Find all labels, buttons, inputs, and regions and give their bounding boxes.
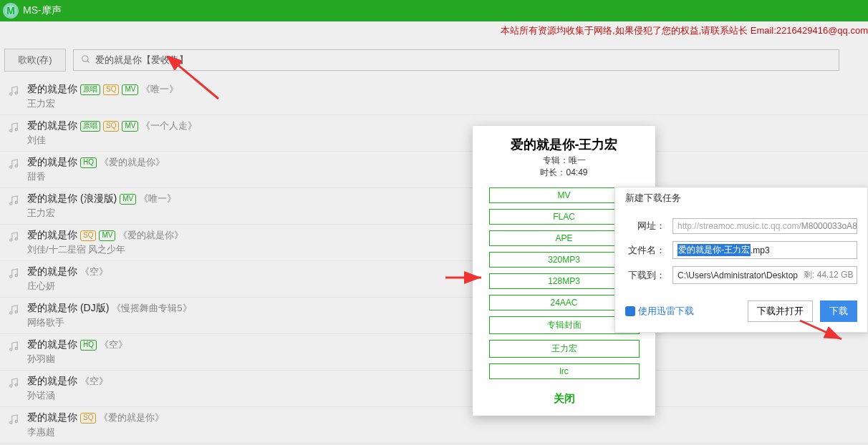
download-task-dialog: 新建下载任务 网址： http://streamoc.music.tc.qq.c… — [614, 187, 868, 333]
xunlei-label: 使用迅雷下载 — [638, 305, 694, 318]
modal-title: 爱的就是你-王力宏 — [480, 136, 648, 153]
download-and-open-button[interactable]: 下载并打开 — [748, 300, 813, 322]
xunlei-icon — [625, 306, 635, 316]
track-row[interactable]: 爱的就是你 SQ 《爱的就是你》 李惠超 — [0, 407, 868, 444]
badge-hq: HQ — [80, 157, 97, 168]
svg-point-5 — [15, 128, 17, 130]
track-title: 爱的就是你 — [27, 411, 77, 424]
track-album: 《唯一》 — [141, 83, 178, 96]
singer-save-button[interactable]: 歌欧(存) — [4, 49, 66, 72]
svg-point-11 — [15, 238, 17, 240]
logo-letter: M — [6, 5, 15, 16]
track-album: 《爱的就是你》 — [99, 411, 164, 424]
music-note-icon — [7, 303, 21, 318]
track-album: 《空》 — [80, 375, 108, 388]
music-note-icon — [7, 267, 21, 281]
svg-point-4 — [10, 129, 12, 132]
track-title: 爱的就是你 — [27, 83, 77, 96]
track-artist: 刘佳 — [27, 134, 197, 147]
track-artist: 网络歌手 — [27, 316, 192, 329]
music-note-icon — [7, 194, 21, 208]
search-icon — [81, 54, 91, 67]
track-album: 《爱的就是你》 — [118, 229, 183, 242]
svg-point-7 — [15, 165, 17, 167]
format-option-王力宏[interactable]: 王力宏 — [489, 340, 640, 358]
svg-point-21 — [15, 420, 17, 422]
track-row[interactable]: 爱的就是你 原唱SQMV 《一个人走》 刘佳 — [0, 115, 868, 152]
badge-mv: MV — [122, 121, 138, 132]
track-title: 爱的就是你 — [27, 156, 77, 169]
track-album: 《慢摇舞曲专辑5》 — [112, 302, 191, 315]
filename-input[interactable]: 爱的就是你-王力宏.mp3 — [672, 241, 857, 259]
badge-mv: MV — [120, 194, 136, 205]
track-row[interactable]: 爱的就是你 HQ 《空》 孙羽幽 — [0, 334, 868, 371]
track-title: 爱的就是你 (DJ版) — [27, 302, 109, 315]
url-prefix: http://streamoc.music.tc.qq.com/ — [677, 221, 801, 231]
search-value: 爱的就是你【爱收集】 — [95, 54, 188, 67]
track-album: 《唯一》 — [139, 192, 176, 205]
modal-close-button[interactable]: 关闭 — [480, 392, 648, 406]
xunlei-download-link[interactable]: 使用迅雷下载 — [625, 305, 694, 318]
badge-mv: MV — [122, 84, 138, 95]
url-input[interactable]: http://streamoc.music.tc.qq.com/M8000033… — [672, 218, 857, 234]
download-button[interactable]: 下载 — [820, 300, 857, 322]
svg-point-0 — [82, 55, 87, 61]
track-row[interactable]: 爱的就是你 《空》 孙诺涵 — [0, 371, 868, 407]
search-input[interactable]: 爱的就是你【爱收集】 — [73, 49, 839, 71]
track-artist: 孙羽幽 — [27, 353, 127, 366]
url-suffix: M8000033oA8 — [801, 221, 857, 231]
filename-ext: .mp3 — [751, 245, 770, 255]
app-title: MS-摩声 — [23, 4, 62, 17]
dest-label: 下载到： — [625, 269, 665, 282]
svg-point-9 — [15, 201, 17, 203]
track-title: 爱的就是你 — [27, 265, 77, 278]
modal-album: 专辑：唯一 — [480, 155, 648, 167]
app-header: M MS-摩声 — [0, 0, 868, 21]
music-note-icon — [7, 340, 21, 354]
svg-point-14 — [10, 312, 12, 314]
svg-point-3 — [15, 92, 17, 94]
download-dialog-title: 新建下载任务 — [615, 187, 867, 215]
badge-mv: MV — [99, 230, 115, 241]
svg-point-8 — [10, 202, 12, 205]
music-note-icon — [7, 157, 21, 172]
svg-point-19 — [15, 383, 17, 386]
track-artist: 王力宏 — [27, 97, 178, 110]
filename-selected: 爱的就是你-王力宏 — [677, 244, 751, 256]
badge-hq: HQ — [80, 340, 97, 351]
music-note-icon — [7, 230, 21, 245]
track-album: 《爱的就是你》 — [100, 156, 165, 169]
track-artist: 庄心妍 — [27, 280, 108, 293]
svg-point-13 — [15, 274, 17, 276]
track-album: 《空》 — [100, 338, 127, 351]
track-title: 爱的就是你 (浪漫版) — [27, 192, 117, 205]
track-row[interactable]: 爱的就是你 HQ 《爱的就是你》 甜香 — [0, 152, 868, 188]
svg-point-2 — [10, 93, 12, 95]
track-album: 《空》 — [80, 265, 108, 278]
svg-point-6 — [10, 166, 12, 168]
filename-label: 文件名： — [625, 244, 665, 257]
track-artist: 李惠超 — [27, 426, 164, 439]
badge-sq: SQ — [80, 413, 96, 424]
url-label: 网址： — [625, 220, 665, 233]
svg-point-12 — [10, 275, 12, 278]
track-artist: 刘佳/十二星宿 风之少年 — [27, 243, 183, 256]
badge-原唱: 原唱 — [80, 121, 100, 132]
dest-input[interactable]: C:\Users\Administrator\Desktop 剩: 44.12 … — [672, 266, 857, 284]
track-title: 爱的就是你 — [27, 229, 77, 242]
music-note-icon — [7, 376, 21, 391]
badge-sq: SQ — [80, 230, 96, 241]
music-note-icon — [7, 413, 21, 427]
svg-line-1 — [87, 60, 89, 62]
music-note-icon — [7, 84, 21, 99]
track-title: 爱的就是你 — [27, 375, 77, 388]
track-album: 《一个人走》 — [141, 119, 197, 132]
format-option-lrc[interactable]: lrc — [489, 363, 640, 379]
app-logo: M — [3, 3, 19, 19]
modal-duration: 时长：04:49 — [480, 167, 648, 179]
track-artist: 王力宏 — [27, 207, 176, 220]
dest-value: C:\Users\Administrator\Desktop — [677, 270, 798, 280]
track-title: 爱的就是你 — [27, 338, 77, 351]
disk-remaining: 剩: 44.12 GB — [804, 269, 853, 281]
track-row[interactable]: 爱的就是你 原唱SQMV 《唯一》 王力宏 — [0, 79, 868, 115]
